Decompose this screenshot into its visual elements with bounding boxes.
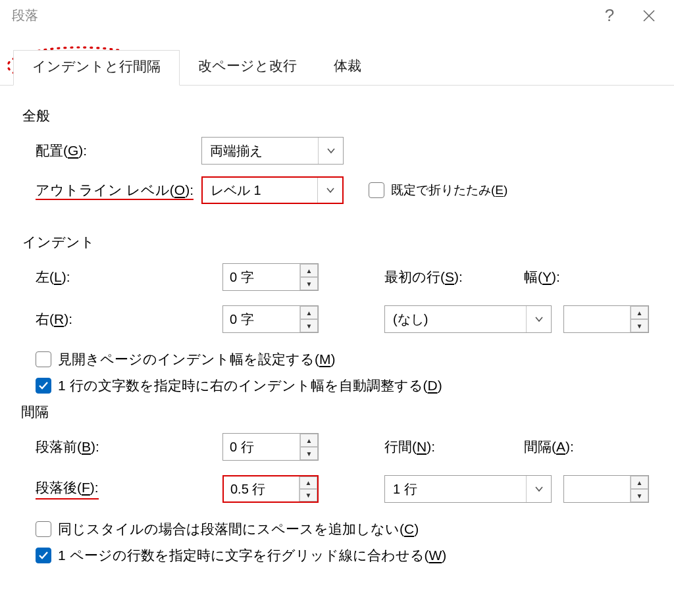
space-after-spinner[interactable]: 0.5 行 ▲ ▼	[222, 475, 319, 503]
outline-level-select[interactable]: レベル 1	[201, 176, 344, 204]
close-button[interactable]	[629, 0, 669, 32]
mirror-indent-checkbox-wrap[interactable]: 見開きページのインデント幅を設定する(M)	[22, 350, 652, 369]
same-style-checkbox-wrap[interactable]: 同じスタイルの場合は段落間にスペースを追加しない(C)	[22, 520, 652, 538]
indent-right-spinner[interactable]: 0 字 ▲ ▼	[222, 305, 319, 333]
spin-down-icon[interactable]: ▼	[631, 489, 648, 502]
line-spacing-select[interactable]: 1 行	[384, 475, 552, 503]
auto-indent-checkbox[interactable]	[36, 378, 51, 394]
indent-right-label: 右(R):	[22, 310, 222, 328]
spin-up-icon[interactable]: ▲	[300, 264, 318, 277]
alignment-label: 配置(G):	[22, 141, 192, 160]
spin-down-icon[interactable]: ▼	[300, 277, 318, 290]
indent-left-value: 0 字	[223, 264, 299, 290]
space-before-value: 0 行	[223, 434, 299, 460]
auto-indent-checkbox-wrap[interactable]: 1 行の文字数を指定時に右のインデント幅を自動調整する(D)	[22, 376, 652, 395]
alignment-select[interactable]: 両端揃え	[201, 137, 344, 165]
spin-down-icon[interactable]: ▼	[631, 319, 648, 332]
tab-typography[interactable]: 体裁	[315, 50, 380, 85]
close-icon	[642, 9, 656, 22]
snap-grid-label: 1 ページの行数を指定時に文字を行グリッド線に合わせる(W)	[58, 546, 446, 565]
line-spacing-value: 1 行	[385, 476, 526, 502]
spin-down-icon[interactable]: ▼	[300, 319, 318, 332]
help-button[interactable]: ?	[590, 0, 629, 32]
space-after-label: 段落後(F):	[22, 478, 222, 500]
collapse-checkbox[interactable]	[369, 182, 384, 198]
tabs: インデントと行間隔 改ページと改行 体裁	[0, 32, 674, 86]
first-line-value: (なし)	[385, 306, 526, 332]
spacing-at-value	[564, 476, 630, 502]
collapse-checkbox-wrap[interactable]: 既定で折りたたみ(E)	[369, 182, 507, 199]
auto-indent-label: 1 行の文字数を指定時に右のインデント幅を自動調整する(D)	[58, 376, 442, 395]
tab-indent-spacing[interactable]: インデントと行間隔	[13, 50, 180, 86]
indent-left-spinner[interactable]: 0 字 ▲ ▼	[222, 263, 319, 291]
first-line-label: 最初の行(S):	[328, 268, 499, 286]
chevron-down-icon	[526, 476, 551, 502]
same-style-label: 同じスタイルの場合は段落間にスペースを追加しない(C)	[58, 520, 419, 538]
space-before-spinner[interactable]: 0 行 ▲ ▼	[222, 433, 319, 461]
space-after-value: 0.5 行	[224, 476, 299, 501]
mirror-indent-checkbox[interactable]	[36, 351, 51, 367]
outline-value: レベル 1	[203, 178, 317, 203]
chevron-down-icon	[526, 306, 551, 332]
outline-label: アウトライン レベル(O):	[22, 181, 192, 199]
snap-grid-checkbox-wrap[interactable]: 1 ページの行数を指定時に文字を行グリッド線に合わせる(W)	[22, 546, 652, 565]
indent-width-value	[564, 306, 630, 332]
spin-up-icon[interactable]: ▲	[300, 306, 318, 319]
first-line-select[interactable]: (なし)	[384, 305, 552, 333]
section-spacing: 間隔	[21, 403, 652, 421]
mirror-indent-label: 見開きページのインデント幅を設定する(M)	[58, 350, 336, 369]
spin-down-icon[interactable]: ▼	[300, 447, 318, 460]
snap-grid-checkbox[interactable]	[36, 548, 51, 563]
section-general: 全般	[22, 107, 652, 125]
space-before-label: 段落前(B):	[22, 438, 222, 456]
chevron-down-icon	[318, 138, 343, 164]
indent-width-spinner[interactable]: ▲ ▼	[563, 305, 649, 333]
alignment-value: 両端揃え	[202, 138, 318, 164]
spin-up-icon[interactable]: ▲	[631, 476, 648, 489]
indent-width-label: 幅(Y):	[499, 268, 571, 286]
spin-up-icon[interactable]: ▲	[300, 434, 318, 447]
spin-down-icon[interactable]: ▼	[299, 489, 317, 501]
titlebar: 段落 ?	[0, 0, 674, 32]
line-spacing-label: 行間(N):	[328, 438, 499, 456]
chevron-down-icon	[317, 178, 342, 203]
indent-left-label: 左(L):	[22, 268, 222, 286]
spacing-at-spinner[interactable]: ▲ ▼	[563, 475, 649, 503]
spin-up-icon[interactable]: ▲	[631, 306, 648, 319]
tab-pagebreak[interactable]: 改ページと改行	[180, 50, 315, 85]
spin-up-icon[interactable]: ▲	[299, 476, 317, 489]
spacing-at-label: 間隔(A):	[499, 438, 591, 456]
indent-right-value: 0 字	[223, 306, 299, 332]
section-indent: インデント	[22, 233, 652, 251]
dialog-content: 全般 配置(G): 両端揃え アウトライン レベル(O): レベル 1 既定で折…	[0, 86, 674, 565]
collapse-label: 既定で折りたたみ(E)	[391, 182, 507, 199]
same-style-checkbox[interactable]	[36, 521, 51, 537]
window-title: 段落	[12, 7, 38, 24]
